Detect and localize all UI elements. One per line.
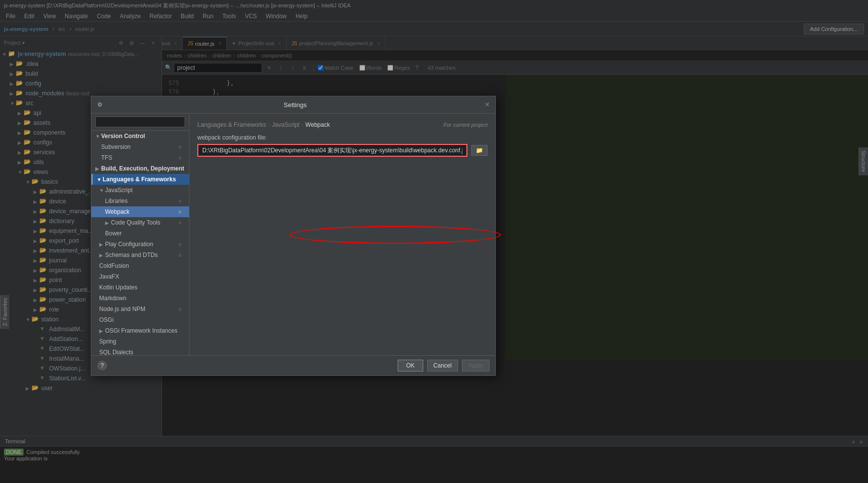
breadcrumb-webpack: Webpack bbox=[305, 121, 330, 128]
nodejs-label: Node.js and NPM bbox=[99, 306, 178, 313]
settings-item-play-config[interactable]: ▶ Play Configuration ≡ bbox=[91, 239, 189, 250]
kotlin-label: Kotlin Updates bbox=[99, 284, 185, 291]
settings-item-javafx[interactable]: JavaFX bbox=[91, 271, 189, 282]
dialog-body: ▼ Version Control Subversion ≡ TFS ≡ ▶ B… bbox=[91, 114, 495, 355]
settings-item-icon: ≡ bbox=[178, 144, 185, 150]
libraries-label: Libraries bbox=[105, 198, 178, 204]
settings-dialog: ⚙ Settings × ▼ Version Control Subversio… bbox=[91, 96, 496, 376]
settings-item-javascript[interactable]: ▼ JavaScript bbox=[91, 185, 189, 196]
build-label: Build, Execution, Deployment bbox=[101, 165, 185, 172]
settings-item-webpack[interactable]: Webpack ≡ bbox=[91, 206, 189, 217]
dialog-footer: ? OK Cancel Apply bbox=[91, 355, 495, 375]
expand-arrow-icon: ▶ bbox=[99, 328, 105, 334]
settings-item-nodejs[interactable]: Node.js and NPM ≡ bbox=[91, 304, 189, 314]
schemas-label: Schemas and DTDs bbox=[105, 252, 178, 258]
settings-dialog-breadcrumb: Languages & Frameworks › JavaScript › We… bbox=[197, 121, 488, 128]
settings-item-icon: ≡ bbox=[178, 220, 185, 226]
settings-search-input[interactable] bbox=[95, 116, 185, 127]
settings-item-code-quality[interactable]: ▶ Code Quality Tools ≡ bbox=[91, 217, 189, 228]
osgi-framework-label: OSGi Framework Instances bbox=[105, 327, 185, 334]
settings-item-tfs[interactable]: TFS ≡ bbox=[91, 152, 189, 163]
bower-label: Bower bbox=[105, 230, 185, 237]
settings-item-libraries[interactable]: Libraries ≡ bbox=[91, 196, 189, 206]
settings-item-sql-dialects[interactable]: SQL Dialects bbox=[91, 347, 189, 355]
settings-item-icon: ≡ bbox=[178, 209, 185, 215]
expand-arrow-icon: ▶ bbox=[99, 253, 105, 258]
for-current-project-label: For current project bbox=[443, 122, 488, 128]
dialog-close-button[interactable]: × bbox=[485, 100, 489, 109]
settings-item-icon: ≡ bbox=[178, 241, 185, 247]
settings-icon: ⚙ bbox=[97, 101, 103, 108]
expand-arrow-icon: ▼ bbox=[99, 188, 105, 193]
cancel-button[interactable]: Cancel bbox=[427, 360, 458, 371]
settings-section-version-control[interactable]: ▼ Version Control bbox=[91, 131, 189, 142]
settings-item-bower[interactable]: Bower bbox=[91, 228, 189, 239]
structure-tab[interactable]: Structure bbox=[859, 147, 868, 175]
settings-input-row: 📁 bbox=[197, 144, 488, 157]
dialog-title-bar: ⚙ Settings × bbox=[91, 96, 495, 114]
tfs-label: TFS bbox=[101, 154, 178, 161]
settings-item-kotlin[interactable]: Kotlin Updates bbox=[91, 282, 189, 293]
settings-item-icon: ≡ bbox=[178, 198, 185, 204]
expand-arrow-icon: ▼ bbox=[95, 134, 101, 139]
ok-button[interactable]: OK bbox=[398, 360, 423, 371]
favorites-tab[interactable]: 2: Favorites bbox=[0, 295, 9, 329]
javascript-label: JavaScript bbox=[105, 187, 185, 194]
webpack-config-input[interactable] bbox=[197, 144, 467, 157]
webpack-config-field-label: webpack configuration file: bbox=[197, 134, 488, 141]
sql-dialects-label: SQL Dialects bbox=[99, 349, 185, 355]
settings-left-panel: ▼ Version Control Subversion ≡ TFS ≡ ▶ B… bbox=[91, 114, 190, 355]
subversion-label: Subversion bbox=[101, 143, 178, 150]
expand-arrow-icon: ▶ bbox=[99, 242, 105, 247]
footer-buttons: OK Cancel Apply bbox=[398, 360, 489, 371]
dialog-title: Settings bbox=[284, 101, 307, 109]
coldfusion-label: ColdFusion bbox=[99, 262, 185, 269]
markdown-label: Markdown bbox=[99, 295, 185, 302]
settings-item-schemas[interactable]: ▶ Schemas and DTDs ≡ bbox=[91, 250, 189, 260]
expand-arrow-icon: ▶ bbox=[105, 220, 111, 226]
settings-item-icon: ≡ bbox=[178, 155, 185, 161]
settings-item-osgi[interactable]: OSGi bbox=[91, 314, 189, 325]
javafx-label: JavaFX bbox=[99, 273, 185, 280]
settings-section-build[interactable]: ▶ Build, Execution, Deployment bbox=[91, 163, 189, 174]
expand-arrow-icon: ▶ bbox=[95, 166, 101, 171]
settings-item-spring[interactable]: Spring bbox=[91, 336, 189, 347]
settings-item-icon: ≡ bbox=[178, 306, 185, 312]
expand-arrow-icon: ▼ bbox=[97, 177, 103, 182]
play-config-label: Play Configuration bbox=[105, 241, 178, 248]
breadcrumb-languages: Languages & Frameworks bbox=[197, 121, 266, 128]
osgi-label: OSGi bbox=[99, 316, 185, 323]
browse-button[interactable]: 📁 bbox=[471, 145, 488, 156]
settings-item-coldfusion[interactable]: ColdFusion bbox=[91, 260, 189, 271]
settings-item-subversion[interactable]: Subversion ≡ bbox=[91, 142, 189, 152]
settings-item-markdown[interactable]: Markdown bbox=[91, 293, 189, 304]
version-control-label: Version Control bbox=[101, 133, 185, 140]
settings-search-area bbox=[91, 114, 189, 131]
settings-section-languages[interactable]: ▼ Languages & Frameworks bbox=[91, 174, 189, 185]
settings-right-panel: Languages & Frameworks › JavaScript › We… bbox=[190, 114, 495, 355]
webpack-label: Webpack bbox=[105, 208, 178, 215]
breadcrumb-javascript: JavaScript bbox=[272, 121, 299, 128]
settings-item-icon: ≡ bbox=[178, 252, 185, 258]
spring-label: Spring bbox=[99, 338, 185, 345]
code-quality-label: Code Quality Tools bbox=[111, 219, 178, 226]
apply-button[interactable]: Apply bbox=[462, 360, 489, 371]
languages-label: Languages & Frameworks bbox=[103, 176, 185, 183]
help-button[interactable]: ? bbox=[97, 361, 107, 370]
dialog-overlay: ⚙ Settings × ▼ Version Control Subversio… bbox=[0, 0, 868, 483]
settings-item-osgi-framework[interactable]: ▶ OSGi Framework Instances bbox=[91, 325, 189, 336]
